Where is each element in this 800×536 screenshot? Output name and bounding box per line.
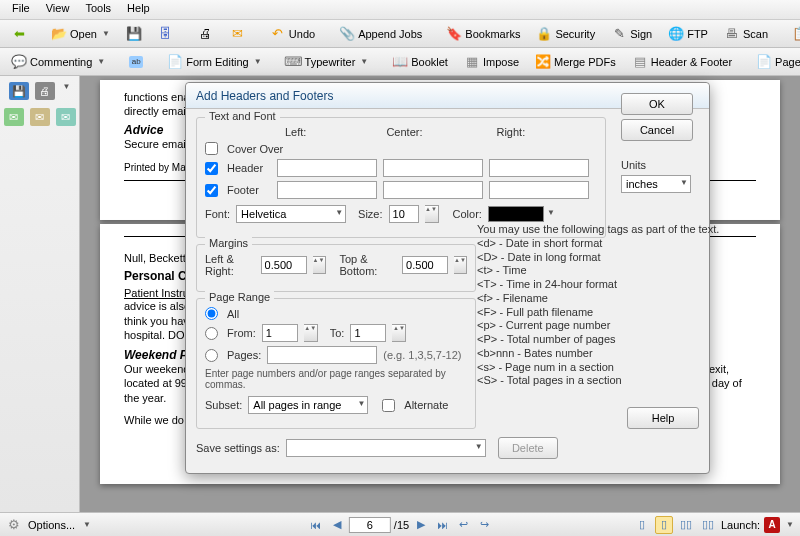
toolbar-secondary: 💬Commenting▼ ab 📄Form Editing▼ ⌨Typewrit… — [0, 48, 800, 76]
color-picker[interactable] — [488, 206, 544, 222]
save-icon: 💾 — [126, 26, 142, 42]
formfiller-button[interactable]: 📋Form Filler — [785, 23, 800, 45]
header-center-input[interactable] — [383, 159, 483, 177]
tb-margin-input[interactable] — [402, 256, 448, 274]
booklet-icon: 📖 — [392, 54, 408, 70]
undo-label: Undo — [289, 28, 315, 40]
to-spinner[interactable]: ▲▼ — [392, 324, 406, 342]
help-button-dialog[interactable]: Help — [627, 407, 699, 429]
typewriter-button[interactable]: ⌨Typewriter▼ — [279, 51, 376, 73]
scan-button[interactable]: 🖶Scan — [717, 23, 775, 45]
back-button[interactable]: ⬅ — [4, 23, 34, 45]
booklet-button[interactable]: 📖Booklet — [385, 51, 455, 73]
impose-button[interactable]: ▦Impose — [457, 51, 526, 73]
append-label: Append Jobs — [358, 28, 422, 40]
adobe-icon[interactable]: A — [764, 517, 780, 533]
footer-label: Footer — [227, 184, 271, 196]
nav-back-icon[interactable]: ↩ — [454, 516, 472, 534]
gear-icon[interactable]: ⚙ — [6, 517, 22, 533]
sidebar-print-icon[interactable]: 🖨 — [35, 82, 55, 100]
highlight-icon: ab — [129, 56, 143, 68]
merge-button[interactable]: 🔀Merge PDFs — [528, 51, 623, 73]
headerfooter-button[interactable]: ▤Header & Footer — [625, 51, 739, 73]
units-combo[interactable]: inches — [621, 175, 691, 193]
merge-icon: 🔀 — [535, 54, 551, 70]
nav-last-icon[interactable]: ⏭ — [433, 516, 451, 534]
lr-spinner[interactable]: ▲▼ — [313, 256, 326, 274]
form-icon: 📋 — [792, 26, 800, 42]
cover-over-checkbox[interactable] — [205, 142, 218, 155]
delete-settings-button[interactable]: Delete — [498, 437, 558, 459]
formediting-button[interactable]: 📄Form Editing▼ — [160, 51, 268, 73]
range-all-radio[interactable] — [205, 307, 218, 320]
view-single-icon[interactable]: ▯ — [633, 516, 651, 534]
ok-button[interactable]: OK — [621, 93, 693, 115]
header-checkbox[interactable] — [205, 162, 218, 175]
sign-button[interactable]: ✎Sign — [604, 23, 659, 45]
range-to-input[interactable] — [350, 324, 386, 342]
range-from-radio[interactable] — [205, 327, 218, 340]
range-group-label: Page Range — [205, 291, 274, 303]
bookmarks-button[interactable]: 🔖Bookmarks — [439, 23, 527, 45]
nav-next-icon[interactable]: ▶ — [412, 516, 430, 534]
undo-button[interactable]: ↶Undo — [263, 23, 322, 45]
from-spinner[interactable]: ▲▼ — [304, 324, 318, 342]
header-right-input[interactable] — [489, 159, 589, 177]
save-settings-combo[interactable] — [286, 439, 486, 457]
sidebar-drop-icon[interactable]: ▼ — [63, 82, 71, 100]
mail-button[interactable]: ✉ — [223, 23, 253, 45]
sidebar-mail3-icon[interactable]: ✉ — [56, 108, 76, 126]
range-from-input[interactable] — [262, 324, 298, 342]
view-facing-icon[interactable]: ▯▯ — [677, 516, 695, 534]
footer-center-input[interactable] — [383, 181, 483, 199]
nav-first-icon[interactable]: ⏮ — [307, 516, 325, 534]
footer-checkbox[interactable] — [205, 184, 218, 197]
sidebar-save-icon[interactable]: 💾 — [9, 82, 29, 100]
margins-group-label: Margins — [205, 237, 252, 249]
size-spinner[interactable]: ▲▼ — [425, 205, 439, 223]
security-button[interactable]: 🔒Security — [529, 23, 602, 45]
typewriter-icon: ⌨ — [286, 54, 302, 70]
save-button[interactable]: 💾 — [119, 23, 149, 45]
options-button[interactable]: Options... — [28, 519, 75, 531]
open-button[interactable]: 📂Open▼ — [44, 23, 117, 45]
size-input[interactable] — [389, 205, 419, 223]
scan-label: Scan — [743, 28, 768, 40]
commenting-button[interactable]: 💬Commenting▼ — [4, 51, 112, 73]
lr-margin-input[interactable] — [261, 256, 307, 274]
append-icon: 📎 — [339, 26, 355, 42]
pagetool-button[interactable]: 📄Page Tool▼ — [749, 51, 800, 73]
append-button[interactable]: 📎Append Jobs — [332, 23, 429, 45]
alternate-checkbox[interactable] — [382, 399, 395, 412]
highlight-button[interactable]: ab — [122, 53, 150, 71]
booklet-label: Booklet — [411, 56, 448, 68]
sidebar-mail2-icon[interactable]: ✉ — [30, 108, 50, 126]
print-button[interactable]: 🖨 — [191, 23, 221, 45]
menu-help[interactable]: Help — [119, 0, 158, 19]
footer-right-input[interactable] — [489, 181, 589, 199]
font-combo[interactable]: Helvetica — [236, 205, 346, 223]
comment-icon: 💬 — [11, 54, 27, 70]
header-left-input[interactable] — [277, 159, 377, 177]
tags-hint: You may use the following tags as part o… — [477, 223, 617, 388]
subset-combo[interactable]: All pages in range — [248, 396, 368, 414]
range-pages-radio[interactable] — [205, 349, 218, 362]
cover-over-label: Cover Over — [227, 143, 283, 155]
view-cont-icon[interactable]: ▯ — [655, 516, 673, 534]
nav-prev-icon[interactable]: ◀ — [328, 516, 346, 534]
cancel-button[interactable]: Cancel — [621, 119, 693, 141]
page-number-input[interactable] — [349, 517, 391, 533]
ftp-button[interactable]: 🌐FTP — [661, 23, 715, 45]
center-col-label: Center: — [386, 126, 422, 138]
view-facing-cont-icon[interactable]: ▯▯ — [699, 516, 717, 534]
sidebar-mail1-icon[interactable]: ✉ — [4, 108, 24, 126]
footer-left-input[interactable] — [277, 181, 377, 199]
tb-spinner[interactable]: ▲▼ — [454, 256, 467, 274]
range-pages-input[interactable] — [267, 346, 377, 364]
saveall-button[interactable]: 🗄 — [151, 23, 181, 45]
nav-fwd-icon[interactable]: ↪ — [475, 516, 493, 534]
page-total: /15 — [394, 519, 409, 531]
menu-file[interactable]: File — [4, 0, 38, 19]
menu-view[interactable]: View — [38, 0, 78, 19]
menu-tools[interactable]: Tools — [77, 0, 119, 19]
